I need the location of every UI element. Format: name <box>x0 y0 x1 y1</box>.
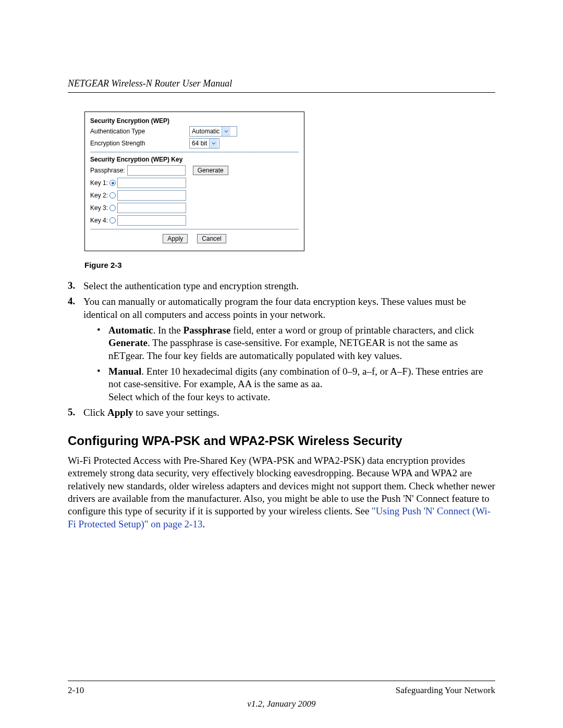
page-number: 2-10 <box>68 685 84 696</box>
wep-settings-screenshot: Security Encryption (WEP) Authentication… <box>84 112 304 251</box>
key1-radio[interactable] <box>109 180 116 186</box>
enc-strength-label: Encryption Strength <box>90 140 189 147</box>
step-text: You can manually or automatically progra… <box>83 295 495 321</box>
step-text: Click Apply to save your settings. <box>83 406 495 419</box>
key3-input[interactable] <box>117 203 186 213</box>
key4-input[interactable] <box>117 215 186 226</box>
key2-input[interactable] <box>117 190 186 201</box>
key4-label: Key 4: <box>90 217 108 224</box>
header-rule <box>68 92 495 93</box>
enc-strength-select[interactable]: 64 bit <box>189 138 219 149</box>
key1-input[interactable] <box>117 178 186 188</box>
key4-radio[interactable] <box>109 217 116 224</box>
auth-type-value: Automatic <box>190 128 222 135</box>
passphrase-label: Passphrase: <box>90 167 125 174</box>
key2-label: Key 2: <box>90 192 108 199</box>
apply-button[interactable]: Apply <box>163 234 188 243</box>
bullet-text: Manual. Enter 10 hexadecimal digits (any… <box>108 365 495 403</box>
chevron-down-icon[interactable] <box>222 127 230 136</box>
key1-label: Key 1: <box>90 179 108 187</box>
separator <box>90 152 299 153</box>
cancel-button[interactable]: Cancel <box>197 234 226 243</box>
chapter-title: Safeguarding Your Network <box>396 685 495 696</box>
wep-key-section-title: Security Encryption (WEP) Key <box>90 156 299 163</box>
auth-type-select[interactable]: Automatic <box>189 126 237 137</box>
auth-type-label: Authentication Type <box>90 128 189 135</box>
bullet-text: Automatic. In the Passphrase field, ente… <box>108 324 495 362</box>
key2-radio[interactable] <box>109 192 116 199</box>
step-number: 3. <box>68 280 83 292</box>
wep-section-title: Security Encryption (WEP) <box>90 117 299 125</box>
key3-label: Key 3: <box>90 204 108 212</box>
key3-radio[interactable] <box>109 205 116 211</box>
section-heading: Configuring WPA-PSK and WPA2-PSK Wireles… <box>68 434 495 448</box>
chevron-down-icon[interactable] <box>209 139 218 148</box>
step-number: 4. <box>68 295 83 321</box>
separator <box>90 229 299 230</box>
figure-caption: Figure 2-3 <box>84 261 495 269</box>
version-line: v1.2, January 2009 <box>0 699 563 709</box>
footer-rule <box>68 681 495 681</box>
generate-button[interactable]: Generate <box>193 166 228 175</box>
enc-strength-value: 64 bit <box>190 140 209 147</box>
step-number: 5. <box>68 406 83 419</box>
bullet-icon: • <box>97 324 108 362</box>
passphrase-input[interactable] <box>127 165 186 176</box>
step-text: Select the authentication type and encry… <box>83 280 495 292</box>
section-paragraph: Wi-Fi Protected Access with Pre-Shared K… <box>68 454 495 530</box>
header-title: NETGEAR Wireless-N Router User Manual <box>68 78 495 89</box>
bullet-icon: • <box>97 365 108 403</box>
